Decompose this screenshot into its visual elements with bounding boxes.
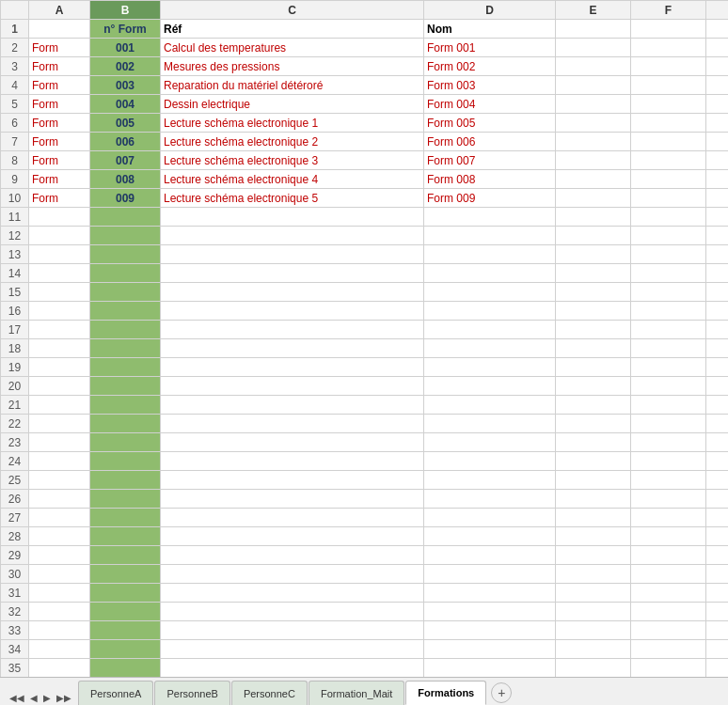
cell-D19[interactable] xyxy=(424,358,556,377)
cell-F21[interactable] xyxy=(631,396,706,415)
cell-E18[interactable] xyxy=(556,339,631,358)
grid-scroll[interactable]: A B C D E F G 1 n° Form Réf Nom xyxy=(0,0,728,677)
cell-G18[interactable] xyxy=(706,339,729,358)
cell-E12[interactable] xyxy=(556,227,631,245)
cell-C9[interactable]: Lecture schéma electronique 4 xyxy=(161,170,424,189)
cell-F32[interactable] xyxy=(631,603,706,621)
cell-D7[interactable]: Form 006 xyxy=(424,133,556,151)
cell-D28[interactable] xyxy=(424,527,556,546)
cell-C32[interactable] xyxy=(161,603,424,621)
cell-A20[interactable] xyxy=(29,377,90,396)
cell-A16[interactable] xyxy=(29,302,90,321)
cell-D24[interactable] xyxy=(424,452,556,471)
cell-A32[interactable] xyxy=(29,603,90,621)
cell-E33[interactable] xyxy=(556,621,631,640)
cell-B5[interactable]: 004 xyxy=(90,95,161,114)
cell-G23[interactable] xyxy=(706,433,729,452)
cell-D3[interactable]: Form 002 xyxy=(424,57,556,76)
cell-B16[interactable] xyxy=(90,302,161,321)
cell-D32[interactable] xyxy=(424,603,556,621)
cell-D16[interactable] xyxy=(424,302,556,321)
cell-C34[interactable] xyxy=(161,640,424,659)
cell-B19[interactable] xyxy=(90,358,161,377)
cell-G35[interactable] xyxy=(706,659,729,678)
cell-B4[interactable]: 003 xyxy=(90,76,161,95)
cell-B29[interactable] xyxy=(90,546,161,565)
cell-A6[interactable]: Form xyxy=(29,114,90,133)
cell-C22[interactable] xyxy=(161,415,424,433)
cell-A33[interactable] xyxy=(29,621,90,640)
cell-C18[interactable] xyxy=(161,339,424,358)
col-header-E[interactable]: E xyxy=(556,1,631,20)
cell-G13[interactable] xyxy=(706,245,729,264)
cell-A10[interactable]: Form xyxy=(29,189,90,208)
cell-G9[interactable] xyxy=(706,170,729,189)
tab-PersonneA[interactable]: PersonneA xyxy=(78,681,153,705)
cell-B13[interactable] xyxy=(90,245,161,264)
col-header-G[interactable]: G xyxy=(706,1,729,20)
cell-G3[interactable] xyxy=(706,57,729,76)
cell-G32[interactable] xyxy=(706,603,729,621)
cell-C2[interactable]: Calcul des temperatures xyxy=(161,39,424,57)
cell-E26[interactable] xyxy=(556,490,631,509)
cell-D10[interactable]: Form 009 xyxy=(424,189,556,208)
tab-first-btn[interactable]: ◀◀ xyxy=(8,691,26,705)
cell-B8[interactable]: 007 xyxy=(90,151,161,170)
cell-G16[interactable] xyxy=(706,302,729,321)
cell-F9[interactable] xyxy=(631,170,706,189)
tab-Formation_Mait[interactable]: Formation_Mait xyxy=(309,681,404,705)
cell-B27[interactable] xyxy=(90,509,161,527)
cell-D26[interactable] xyxy=(424,490,556,509)
cell-G11[interactable] xyxy=(706,208,729,227)
cell-B7[interactable]: 006 xyxy=(90,133,161,151)
cell-D22[interactable] xyxy=(424,415,556,433)
cell-E6[interactable] xyxy=(556,114,631,133)
cell-A1[interactable] xyxy=(29,20,90,39)
tab-PersonneC[interactable]: PersonneC xyxy=(231,681,308,705)
cell-F16[interactable] xyxy=(631,302,706,321)
cell-G19[interactable] xyxy=(706,358,729,377)
cell-E20[interactable] xyxy=(556,377,631,396)
cell-A4[interactable]: Form xyxy=(29,76,90,95)
cell-E7[interactable] xyxy=(556,133,631,151)
cell-A34[interactable] xyxy=(29,640,90,659)
cell-C30[interactable] xyxy=(161,565,424,584)
cell-D27[interactable] xyxy=(424,509,556,527)
cell-D6[interactable]: Form 005 xyxy=(424,114,556,133)
cell-B25[interactable] xyxy=(90,471,161,490)
cell-C5[interactable]: Dessin electrique xyxy=(161,95,424,114)
cell-A12[interactable] xyxy=(29,227,90,245)
cell-A3[interactable]: Form xyxy=(29,57,90,76)
cell-B34[interactable] xyxy=(90,640,161,659)
cell-C1[interactable]: Réf xyxy=(161,20,424,39)
cell-E1[interactable] xyxy=(556,20,631,39)
cell-D25[interactable] xyxy=(424,471,556,490)
cell-E34[interactable] xyxy=(556,640,631,659)
cell-G5[interactable] xyxy=(706,95,729,114)
cell-G30[interactable] xyxy=(706,565,729,584)
cell-E21[interactable] xyxy=(556,396,631,415)
cell-C6[interactable]: Lecture schéma electronique 1 xyxy=(161,114,424,133)
cell-F31[interactable] xyxy=(631,584,706,603)
cell-D21[interactable] xyxy=(424,396,556,415)
cell-E16[interactable] xyxy=(556,302,631,321)
cell-B1[interactable]: n° Form xyxy=(90,20,161,39)
cell-D33[interactable] xyxy=(424,621,556,640)
cell-A18[interactable] xyxy=(29,339,90,358)
cell-C23[interactable] xyxy=(161,433,424,452)
cell-G24[interactable] xyxy=(706,452,729,471)
tab-last-btn[interactable]: ▶▶ xyxy=(55,691,73,705)
cell-A31[interactable] xyxy=(29,584,90,603)
cell-D23[interactable] xyxy=(424,433,556,452)
cell-B28[interactable] xyxy=(90,527,161,546)
cell-B12[interactable] xyxy=(90,227,161,245)
col-header-F[interactable]: F xyxy=(631,1,706,20)
cell-E35[interactable] xyxy=(556,659,631,678)
cell-E30[interactable] xyxy=(556,565,631,584)
cell-E29[interactable] xyxy=(556,546,631,565)
cell-A7[interactable]: Form xyxy=(29,133,90,151)
cell-F11[interactable] xyxy=(631,208,706,227)
cell-D13[interactable] xyxy=(424,245,556,264)
cell-E31[interactable] xyxy=(556,584,631,603)
cell-A5[interactable]: Form xyxy=(29,95,90,114)
